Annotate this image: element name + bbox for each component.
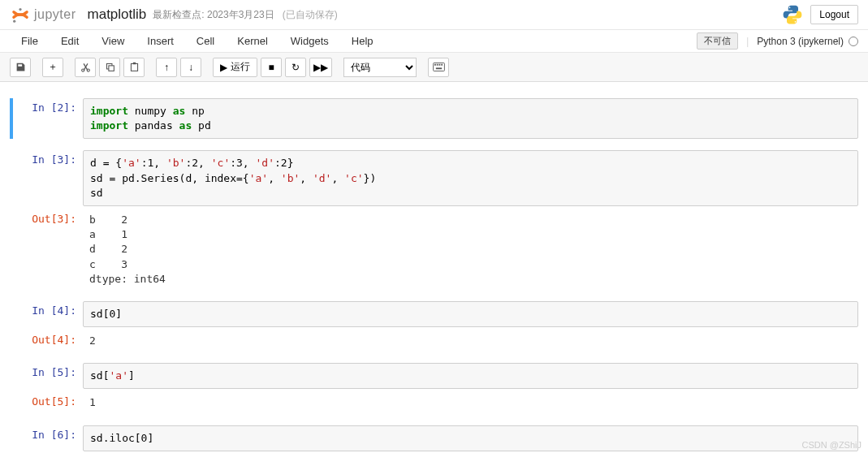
command-palette-button[interactable]	[428, 58, 449, 77]
svg-rect-9	[132, 63, 135, 64]
menu-insert[interactable]: Insert	[136, 32, 185, 50]
svg-rect-13	[438, 64, 440, 66]
stop-button[interactable]: ■	[261, 58, 282, 77]
svg-rect-12	[436, 64, 438, 66]
move-down-button[interactable]: ↓	[180, 58, 201, 77]
svg-rect-7	[108, 66, 114, 71]
code-cell[interactable]: In [6]:sd.iloc[0]	[10, 425, 858, 451]
svg-point-4	[81, 69, 84, 71]
output-cell: Out[4]:2	[10, 330, 858, 352]
svg-rect-14	[441, 64, 443, 66]
cell-type-select[interactable]: 代码	[343, 58, 417, 77]
trust-badge[interactable]: 不可信	[697, 32, 738, 50]
svg-rect-15	[435, 67, 441, 69]
output-prompt: Out[4]:	[10, 330, 83, 352]
code-cell[interactable]: In [4]:sd[0]	[10, 301, 858, 327]
code-input[interactable]: sd.iloc[0]	[83, 425, 858, 451]
kernel-indicator[interactable]: Python 3 (ipykernel)	[757, 36, 858, 47]
restart-run-all-button[interactable]: ▶▶	[309, 58, 332, 77]
jupyter-icon	[10, 4, 31, 25]
code-input[interactable]: sd[0]	[83, 301, 858, 327]
input-prompt: In [6]:	[10, 425, 83, 451]
add-cell-button[interactable]: ＋	[42, 58, 63, 77]
toolbar: ＋ ↑ ↓ ▶ 运行 ■ ↻ ▶▶ 代码	[0, 53, 868, 82]
save-icon	[15, 62, 26, 72]
output-text: 1	[83, 392, 858, 413]
menubar: FileEditViewInsertCellKernelWidgetsHelp …	[0, 30, 868, 53]
paste-button[interactable]	[123, 58, 145, 77]
output-prompt: Out[3]:	[10, 209, 83, 290]
code-input[interactable]: import numpy as np import pandas as pd	[83, 98, 858, 139]
logout-button[interactable]: Logout	[810, 5, 858, 24]
scissors-icon	[80, 62, 91, 72]
svg-point-1	[13, 20, 15, 23]
svg-rect-11	[434, 64, 436, 66]
code-input[interactable]: sd['a']	[83, 363, 858, 389]
play-icon: ▶	[220, 62, 227, 73]
output-text: b 2 a 1 d 2 c 3 dtype: int64	[83, 209, 858, 290]
menu-edit[interactable]: Edit	[50, 32, 90, 50]
input-prompt: In [3]:	[10, 150, 83, 206]
svg-point-2	[789, 6, 791, 8]
restart-button[interactable]: ↻	[285, 58, 306, 77]
copy-icon	[105, 62, 115, 72]
stop-icon: ■	[268, 62, 274, 73]
header: jupyter matplotlib 最新检查点: 2023年3月23日 (已自…	[0, 0, 868, 30]
menu-help[interactable]: Help	[340, 32, 385, 50]
code-input[interactable]: d = {'a':1, 'b':2, 'c':3, 'd':2} sd = pd…	[83, 150, 858, 206]
input-prompt: In [4]:	[10, 301, 83, 327]
kernel-name: Python 3 (ipykernel)	[757, 36, 844, 47]
svg-point-3	[795, 21, 797, 23]
watermark: CSDN @ZShiJ	[801, 440, 862, 450]
code-cell[interactable]: In [3]:d = {'a':1, 'b':2, 'c':3, 'd':2} …	[10, 150, 858, 206]
notebook-area: In [2]:import numpy as np import pandas …	[0, 82, 868, 453]
svg-rect-8	[131, 63, 137, 71]
autosave-label: (已自动保存)	[283, 8, 338, 22]
notebook-name[interactable]: matplotlib	[88, 6, 147, 23]
menu-cell[interactable]: Cell	[185, 32, 226, 50]
jupyter-text: jupyter	[34, 7, 76, 22]
input-prompt: In [5]:	[10, 363, 83, 389]
cut-button[interactable]	[75, 58, 96, 77]
output-text: 2	[83, 330, 858, 352]
python-icon	[781, 3, 804, 26]
svg-point-0	[19, 8, 21, 11]
output-cell: Out[3]:b 2 a 1 d 2 c 3 dtype: int64	[10, 209, 858, 290]
menu-widgets[interactable]: Widgets	[279, 32, 340, 50]
copy-button[interactable]	[99, 58, 120, 77]
run-label: 运行	[231, 60, 250, 74]
code-cell[interactable]: In [2]:import numpy as np import pandas …	[10, 98, 858, 139]
restart-icon: ↻	[291, 62, 300, 73]
output-cell: Out[5]:1	[10, 392, 858, 413]
plus-icon: ＋	[48, 60, 58, 74]
header-right: Logout	[781, 3, 858, 26]
menu-view[interactable]: View	[90, 32, 136, 50]
kernel-status-icon	[849, 37, 858, 46]
save-button[interactable]	[10, 58, 31, 77]
arrow-up-icon: ↑	[164, 62, 169, 73]
move-up-button[interactable]: ↑	[156, 58, 177, 77]
svg-point-5	[87, 69, 89, 71]
run-button[interactable]: ▶ 运行	[213, 58, 257, 77]
keyboard-icon	[433, 63, 445, 71]
menu-kernel[interactable]: Kernel	[226, 32, 279, 50]
fast-forward-icon: ▶▶	[313, 62, 328, 73]
paste-icon	[129, 62, 140, 72]
menu-file[interactable]: File	[10, 32, 50, 50]
code-cell[interactable]: In [5]:sd['a']	[10, 363, 858, 389]
input-prompt: In [2]:	[13, 98, 83, 139]
checkpoint-label: 最新检查点: 2023年3月23日	[153, 8, 274, 22]
arrow-down-icon: ↓	[188, 62, 193, 73]
jupyter-logo[interactable]: jupyter	[10, 4, 76, 25]
output-prompt: Out[5]:	[10, 392, 83, 413]
